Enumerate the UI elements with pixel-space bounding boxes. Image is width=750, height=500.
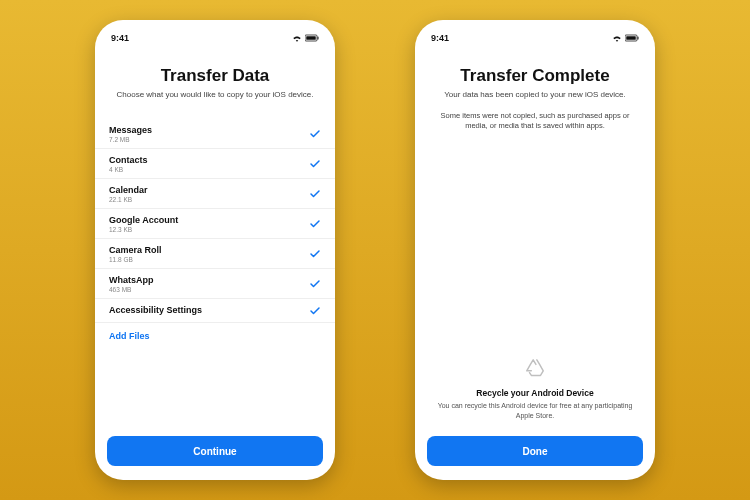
screen-transfer-data: Transfer Data Choose what you would like… [95, 46, 335, 470]
list-item-label: Accessibility Settings [109, 305, 202, 315]
check-icon [309, 188, 321, 200]
check-icon [309, 128, 321, 140]
status-time: 9:41 [111, 33, 129, 43]
list-item-size: 463 MB [109, 286, 154, 293]
wifi-icon [292, 34, 302, 42]
phone-transfer-data: 9:41 Transfer Data Choose what you would… [95, 20, 335, 480]
status-icons [292, 34, 319, 42]
list-item-label: Google Account [109, 215, 178, 225]
status-bar: 9:41 [415, 30, 655, 46]
list-item-size: 22.1 KB [109, 196, 148, 203]
phone-transfer-complete: 9:41 Transfer Complete Your data has bee… [415, 20, 655, 480]
list-item[interactable]: Google Account 12.3 KB [95, 209, 335, 239]
bottom-area: Continue [95, 428, 335, 470]
add-files-link[interactable]: Add Files [95, 323, 335, 341]
bottom-area: Done [415, 428, 655, 470]
list-item[interactable]: Calendar 22.1 KB [95, 179, 335, 209]
wifi-icon [612, 34, 622, 42]
list-item[interactable]: WhatsApp 463 MB [95, 269, 335, 299]
list-item-label: Messages [109, 125, 152, 135]
list-item-size: 11.8 GB [109, 256, 162, 263]
page-subtitle: Choose what you would like to copy to yo… [113, 90, 317, 101]
done-button[interactable]: Done [427, 436, 643, 466]
page-title: Transfer Complete [433, 66, 637, 86]
svg-rect-4 [626, 36, 636, 40]
transfer-list: Messages 7.2 MB Contacts 4 KB Calendar 2… [95, 119, 335, 428]
spacer [415, 139, 655, 358]
page-note: Some items were not copied, such as purc… [433, 111, 637, 131]
page-title: Transfer Data [113, 66, 317, 86]
recycle-title: Recycle your Android Device [433, 388, 637, 398]
list-item[interactable]: Messages 7.2 MB [95, 119, 335, 149]
list-item-label: Contacts [109, 155, 148, 165]
battery-icon [305, 34, 319, 42]
svg-rect-2 [318, 37, 319, 40]
check-icon [309, 305, 321, 317]
list-item-size: 4 KB [109, 166, 148, 173]
continue-button[interactable]: Continue [107, 436, 323, 466]
check-icon [309, 278, 321, 290]
list-item[interactable]: Contacts 4 KB [95, 149, 335, 179]
list-item-label: Calendar [109, 185, 148, 195]
status-bar: 9:41 [95, 30, 335, 46]
recycle-icon [524, 358, 546, 384]
list-item[interactable]: Accessibility Settings [95, 299, 335, 323]
list-item-label: WhatsApp [109, 275, 154, 285]
status-time: 9:41 [431, 33, 449, 43]
recycle-block: Recycle your Android Device You can recy… [415, 358, 655, 428]
recycle-text: You can recycle this Android device for … [433, 401, 637, 420]
check-icon [309, 248, 321, 260]
svg-rect-1 [306, 36, 316, 40]
list-item-label: Camera Roll [109, 245, 162, 255]
status-icons [612, 34, 639, 42]
svg-rect-5 [638, 37, 639, 40]
list-item-size: 12.3 KB [109, 226, 178, 233]
page-subtitle: Your data has been copied to your new iO… [433, 90, 637, 101]
header: Transfer Complete Your data has been cop… [415, 60, 655, 139]
list-item-size: 7.2 MB [109, 136, 152, 143]
screen-transfer-complete: Transfer Complete Your data has been cop… [415, 46, 655, 470]
check-icon [309, 218, 321, 230]
check-icon [309, 158, 321, 170]
list-item[interactable]: Camera Roll 11.8 GB [95, 239, 335, 269]
battery-icon [625, 34, 639, 42]
header: Transfer Data Choose what you would like… [95, 60, 335, 109]
